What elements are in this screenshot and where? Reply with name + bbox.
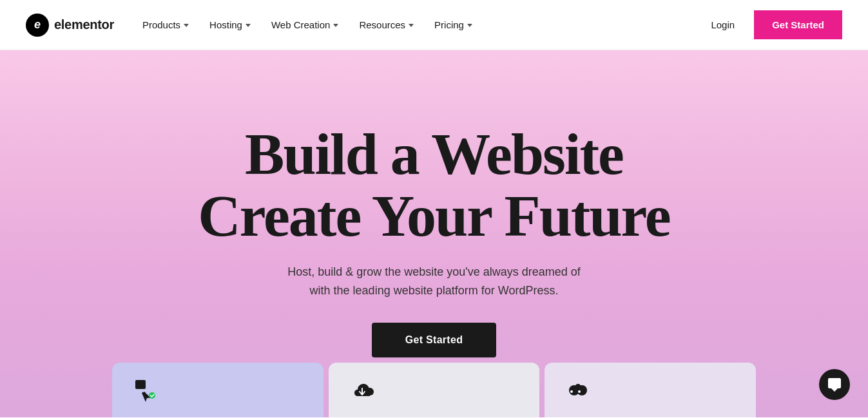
chevron-down-icon	[333, 24, 338, 27]
svg-point-4	[575, 384, 581, 389]
svg-rect-0	[135, 380, 146, 389]
feature-card-2[interactable]	[329, 363, 540, 417]
chat-bubble-button[interactable]	[819, 369, 850, 400]
ai-icon	[563, 375, 593, 406]
get-started-nav-button[interactable]: Get Started	[754, 10, 842, 39]
feature-cards-row	[0, 363, 868, 417]
feature-card-3[interactable]	[545, 363, 756, 417]
nav-item-products[interactable]: Products	[133, 14, 198, 35]
nav-links: Products Hosting Web Creation Resources …	[133, 14, 702, 35]
svg-point-5	[570, 390, 573, 393]
logo-text: elementor	[54, 17, 114, 32]
nav-item-hosting[interactable]: Hosting	[200, 14, 260, 35]
cloud-icon	[347, 375, 378, 406]
hero-cta-button[interactable]: Get Started	[372, 323, 497, 357]
feature-card-1[interactable]	[112, 363, 323, 417]
chevron-down-icon	[409, 24, 414, 27]
login-button[interactable]: Login	[702, 14, 744, 35]
nav-right: Login Get Started	[702, 10, 842, 39]
navbar: e elementor Products Hosting Web Creatio…	[0, 0, 868, 50]
chevron-down-icon	[184, 24, 189, 27]
hero-title: Build a Website Create Your Future	[198, 123, 670, 247]
nav-item-web-creation[interactable]: Web Creation	[262, 14, 347, 35]
nav-item-resources[interactable]: Resources	[350, 14, 423, 35]
cursor-icon	[130, 375, 161, 406]
chevron-down-icon	[246, 24, 251, 27]
svg-point-6	[578, 390, 581, 393]
logo-icon: e	[26, 14, 49, 37]
chat-icon	[827, 377, 842, 392]
logo[interactable]: e elementor	[26, 14, 114, 37]
svg-point-1	[149, 392, 155, 399]
nav-item-pricing[interactable]: Pricing	[425, 14, 481, 35]
chevron-down-icon	[467, 24, 472, 27]
hero-section: Build a Website Create Your Future Host,…	[0, 50, 868, 417]
hero-subtitle: Host, build & grow the website you've al…	[287, 263, 581, 300]
